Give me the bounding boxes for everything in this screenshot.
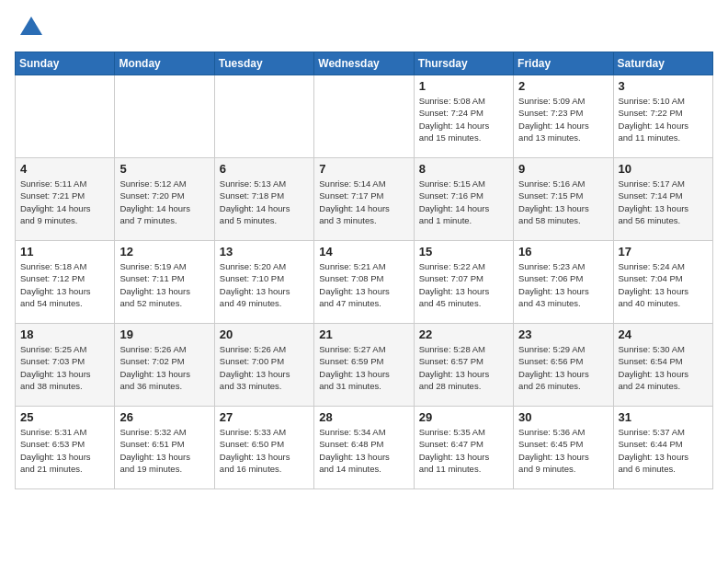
cell-info: Sunrise: 5:23 AM Sunset: 7:06 PM Dayligh… — [518, 260, 608, 309]
day-number: 22 — [419, 327, 508, 341]
cell-info: Sunrise: 5:24 AM Sunset: 7:04 PM Dayligh… — [619, 260, 708, 309]
week-row-2: 4Sunrise: 5:11 AM Sunset: 7:21 PM Daylig… — [16, 158, 713, 241]
calendar-cell — [214, 75, 313, 158]
day-number: 5 — [119, 162, 209, 176]
cell-info: Sunrise: 5:26 AM Sunset: 7:00 PM Dayligh… — [220, 343, 309, 392]
calendar-cell: 27Sunrise: 5:33 AM Sunset: 6:50 PM Dayli… — [214, 407, 313, 489]
day-number: 25 — [20, 410, 109, 424]
calendar-cell: 17Sunrise: 5:24 AM Sunset: 7:04 PM Dayli… — [613, 241, 712, 324]
svg-marker-0 — [20, 17, 42, 35]
col-header-tuesday: Tuesday — [214, 52, 313, 75]
calendar-cell: 25Sunrise: 5:31 AM Sunset: 6:53 PM Dayli… — [16, 407, 115, 489]
day-number: 21 — [319, 327, 408, 341]
cell-info: Sunrise: 5:37 AM Sunset: 6:44 PM Dayligh… — [619, 426, 708, 475]
cell-info: Sunrise: 5:08 AM Sunset: 7:24 PM Dayligh… — [419, 95, 508, 144]
col-header-sunday: Sunday — [16, 52, 115, 75]
cell-info: Sunrise: 5:12 AM Sunset: 7:20 PM Dayligh… — [119, 178, 209, 226]
day-number: 10 — [619, 162, 708, 176]
calendar-cell: 19Sunrise: 5:26 AM Sunset: 7:02 PM Dayli… — [115, 324, 214, 407]
calendar-cell: 2Sunrise: 5:09 AM Sunset: 7:23 PM Daylig… — [514, 75, 613, 158]
day-number: 4 — [20, 162, 109, 176]
col-header-monday: Monday — [115, 52, 214, 75]
day-number: 8 — [419, 162, 508, 176]
day-number: 19 — [119, 327, 209, 341]
week-row-3: 11Sunrise: 5:18 AM Sunset: 7:12 PM Dayli… — [16, 241, 713, 324]
cell-info: Sunrise: 5:34 AM Sunset: 6:48 PM Dayligh… — [319, 426, 408, 475]
cell-info: Sunrise: 5:25 AM Sunset: 7:03 PM Dayligh… — [20, 343, 109, 392]
header-row: SundayMondayTuesdayWednesdayThursdayFrid… — [16, 52, 713, 75]
week-row-1: 1Sunrise: 5:08 AM Sunset: 7:24 PM Daylig… — [16, 75, 713, 158]
calendar-cell: 1Sunrise: 5:08 AM Sunset: 7:24 PM Daylig… — [414, 75, 513, 158]
cell-info: Sunrise: 5:15 AM Sunset: 7:16 PM Dayligh… — [419, 178, 508, 226]
day-number: 7 — [319, 162, 408, 176]
calendar-cell: 13Sunrise: 5:20 AM Sunset: 7:10 PM Dayli… — [214, 241, 313, 324]
calendar-cell: 6Sunrise: 5:13 AM Sunset: 7:18 PM Daylig… — [214, 158, 313, 241]
calendar-cell: 12Sunrise: 5:19 AM Sunset: 7:11 PM Dayli… — [115, 241, 214, 324]
day-number: 28 — [319, 410, 408, 424]
calendar-cell: 20Sunrise: 5:26 AM Sunset: 7:00 PM Dayli… — [214, 324, 313, 407]
cell-info: Sunrise: 5:11 AM Sunset: 7:21 PM Dayligh… — [20, 178, 109, 226]
calendar-cell: 22Sunrise: 5:28 AM Sunset: 6:57 PM Dayli… — [414, 324, 513, 407]
day-number: 3 — [619, 79, 708, 93]
cell-info: Sunrise: 5:14 AM Sunset: 7:17 PM Dayligh… — [319, 178, 408, 226]
calendar-cell: 3Sunrise: 5:10 AM Sunset: 7:22 PM Daylig… — [613, 75, 712, 158]
calendar-cell: 16Sunrise: 5:23 AM Sunset: 7:06 PM Dayli… — [514, 241, 613, 324]
calendar-table: SundayMondayTuesdayWednesdayThursdayFrid… — [15, 52, 713, 489]
day-number: 20 — [220, 327, 309, 341]
col-header-thursday: Thursday — [414, 52, 513, 75]
day-number: 24 — [619, 327, 708, 341]
day-number: 6 — [220, 162, 309, 176]
cell-info: Sunrise: 5:16 AM Sunset: 7:15 PM Dayligh… — [518, 178, 608, 226]
cell-info: Sunrise: 5:18 AM Sunset: 7:12 PM Dayligh… — [20, 260, 109, 309]
cell-info: Sunrise: 5:17 AM Sunset: 7:14 PM Dayligh… — [619, 178, 708, 226]
day-number: 23 — [518, 327, 608, 341]
day-number: 30 — [518, 410, 608, 424]
day-number: 27 — [220, 410, 309, 424]
calendar-cell — [16, 75, 115, 158]
calendar-cell: 8Sunrise: 5:15 AM Sunset: 7:16 PM Daylig… — [414, 158, 513, 241]
day-number: 16 — [518, 245, 608, 259]
day-number: 13 — [220, 245, 309, 259]
cell-info: Sunrise: 5:28 AM Sunset: 6:57 PM Dayligh… — [419, 343, 508, 392]
cell-info: Sunrise: 5:21 AM Sunset: 7:08 PM Dayligh… — [319, 260, 408, 309]
day-number: 26 — [119, 410, 209, 424]
calendar-cell — [314, 75, 414, 158]
week-row-5: 25Sunrise: 5:31 AM Sunset: 6:53 PM Dayli… — [16, 407, 713, 489]
calendar-cell: 18Sunrise: 5:25 AM Sunset: 7:03 PM Dayli… — [16, 324, 115, 407]
cell-info: Sunrise: 5:20 AM Sunset: 7:10 PM Dayligh… — [220, 260, 309, 309]
day-number: 17 — [619, 245, 708, 259]
cell-info: Sunrise: 5:19 AM Sunset: 7:11 PM Dayligh… — [119, 260, 209, 309]
calendar-cell: 31Sunrise: 5:37 AM Sunset: 6:44 PM Dayli… — [613, 407, 712, 489]
cell-info: Sunrise: 5:32 AM Sunset: 6:51 PM Dayligh… — [119, 426, 209, 475]
day-number: 29 — [419, 410, 508, 424]
calendar-cell: 28Sunrise: 5:34 AM Sunset: 6:48 PM Dayli… — [314, 407, 414, 489]
calendar-cell: 11Sunrise: 5:18 AM Sunset: 7:12 PM Dayli… — [16, 241, 115, 324]
cell-info: Sunrise: 5:27 AM Sunset: 6:59 PM Dayligh… — [319, 343, 408, 392]
cell-info: Sunrise: 5:31 AM Sunset: 6:53 PM Dayligh… — [20, 426, 109, 475]
calendar-cell: 4Sunrise: 5:11 AM Sunset: 7:21 PM Daylig… — [16, 158, 115, 241]
logo-icon — [18, 15, 44, 40]
cell-info: Sunrise: 5:13 AM Sunset: 7:18 PM Dayligh… — [220, 178, 309, 226]
calendar-cell — [115, 75, 214, 158]
calendar-cell: 30Sunrise: 5:36 AM Sunset: 6:45 PM Dayli… — [514, 407, 613, 489]
day-number: 2 — [518, 79, 608, 93]
cell-info: Sunrise: 5:33 AM Sunset: 6:50 PM Dayligh… — [220, 426, 309, 475]
cell-info: Sunrise: 5:35 AM Sunset: 6:47 PM Dayligh… — [419, 426, 508, 475]
calendar-cell: 9Sunrise: 5:16 AM Sunset: 7:15 PM Daylig… — [514, 158, 613, 241]
calendar-cell: 5Sunrise: 5:12 AM Sunset: 7:20 PM Daylig… — [115, 158, 214, 241]
calendar-cell: 14Sunrise: 5:21 AM Sunset: 7:08 PM Dayli… — [314, 241, 414, 324]
day-number: 14 — [319, 245, 408, 259]
cell-info: Sunrise: 5:36 AM Sunset: 6:45 PM Dayligh… — [518, 426, 608, 475]
day-number: 31 — [619, 410, 708, 424]
calendar-cell: 26Sunrise: 5:32 AM Sunset: 6:51 PM Dayli… — [115, 407, 214, 489]
cell-info: Sunrise: 5:26 AM Sunset: 7:02 PM Dayligh… — [119, 343, 209, 392]
calendar-cell: 29Sunrise: 5:35 AM Sunset: 6:47 PM Dayli… — [414, 407, 513, 489]
day-number: 18 — [20, 327, 109, 341]
cell-info: Sunrise: 5:29 AM Sunset: 6:56 PM Dayligh… — [518, 343, 608, 392]
calendar-cell: 10Sunrise: 5:17 AM Sunset: 7:14 PM Dayli… — [613, 158, 712, 241]
calendar-cell: 23Sunrise: 5:29 AM Sunset: 6:56 PM Dayli… — [514, 324, 613, 407]
col-header-saturday: Saturday — [613, 52, 712, 75]
cell-info: Sunrise: 5:22 AM Sunset: 7:07 PM Dayligh… — [419, 260, 508, 309]
calendar-cell: 24Sunrise: 5:30 AM Sunset: 6:54 PM Dayli… — [613, 324, 712, 407]
calendar-cell: 15Sunrise: 5:22 AM Sunset: 7:07 PM Dayli… — [414, 241, 513, 324]
